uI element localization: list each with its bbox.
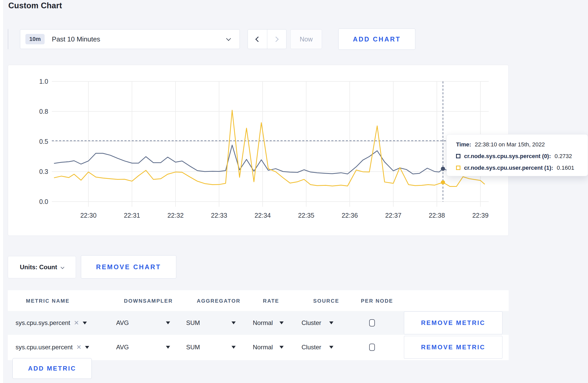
- tooltip-series-row: cr.node.sys.cpu.user.percent (1): 0.1601: [456, 162, 588, 174]
- time-nav-arrows: [248, 29, 286, 49]
- tooltip-time-label: Time:: [456, 141, 471, 148]
- dropdown-caret-icon[interactable]: [166, 322, 170, 324]
- series-swatch-icon: [456, 154, 460, 158]
- time-range-label: Past 10 Minutes: [52, 35, 100, 43]
- aggregator-select[interactable]: SUM: [186, 319, 200, 327]
- time-range-badge: 10m: [25, 34, 45, 44]
- add-chart-button[interactable]: ADD CHART: [338, 29, 415, 50]
- page-title: Custom Chart: [8, 1, 62, 10]
- remove-metric-button[interactable]: REMOVE METRIC: [404, 311, 502, 334]
- dropdown-caret-icon[interactable]: [329, 322, 333, 324]
- add-metric-button[interactable]: ADD METRIC: [12, 358, 92, 379]
- per-node-checkbox[interactable]: [369, 344, 375, 351]
- table-row: sys.cpu.sys.percent ✕ AVG SUM Normal Clu…: [8, 311, 509, 335]
- toolbar-divider: [8, 29, 8, 49]
- chevron-down-icon: [61, 265, 64, 269]
- table-row: sys.cpu.user.percent ✕ AVG SUM Normal Cl…: [8, 335, 509, 360]
- clear-metric-icon[interactable]: ✕: [74, 319, 79, 327]
- source-select[interactable]: Cluster: [302, 344, 321, 351]
- clear-metric-icon[interactable]: ✕: [76, 344, 81, 351]
- units-dropdown[interactable]: Units: Count: [8, 256, 76, 278]
- page-left-edge: [0, 0, 4, 383]
- dropdown-caret-icon[interactable]: [329, 346, 333, 349]
- metric-name-value: sys.cpu.sys.percent: [16, 319, 70, 327]
- now-button[interactable]: Now: [290, 29, 322, 49]
- rate-select[interactable]: Normal: [253, 319, 273, 327]
- prev-time-button[interactable]: [248, 30, 267, 49]
- tooltip-metric-name: cr.node.sys.cpu.user.percent (1):: [464, 165, 553, 171]
- chevron-right-icon: [273, 36, 279, 42]
- chart-tooltip: Time: 22:38:10 on Mar 15th, 2022 cr.node…: [446, 134, 588, 176]
- metric-name-select[interactable]: sys.cpu.user.percent ✕: [16, 344, 89, 351]
- downsampler-select[interactable]: AVG: [116, 344, 129, 351]
- col-header-aggregator: AGGREGATOR: [197, 298, 241, 304]
- next-time-button[interactable]: [267, 30, 286, 49]
- tooltip-metric-value: 0.1601: [557, 165, 574, 171]
- metrics-table: METRIC NAME DOWNSAMPLER AGGREGATOR RATE …: [8, 290, 509, 360]
- metric-name-value: sys.cpu.user.percent: [16, 344, 73, 351]
- chart-card: [8, 65, 509, 236]
- tooltip-time-row: Time: 22:38:10 on Mar 15th, 2022: [456, 139, 588, 150]
- metric-name-select[interactable]: sys.cpu.sys.percent ✕: [16, 319, 87, 327]
- remove-metric-button[interactable]: REMOVE METRIC: [404, 336, 502, 359]
- dropdown-caret-icon: [83, 322, 87, 324]
- dropdown-caret-icon: [85, 346, 89, 349]
- dropdown-caret-icon[interactable]: [232, 346, 236, 349]
- per-node-checkbox[interactable]: [369, 319, 375, 327]
- tooltip-time-value: 22:38:10 on Mar 15th, 2022: [475, 141, 545, 148]
- col-header-downsampler: DOWNSAMPLER: [124, 298, 173, 304]
- rate-select[interactable]: Normal: [253, 344, 273, 351]
- col-header-per-node: PER NODE: [361, 298, 393, 304]
- dropdown-caret-icon[interactable]: [279, 322, 284, 324]
- series-swatch-icon: [456, 166, 460, 170]
- col-header-metric-name: METRIC NAME: [26, 298, 70, 304]
- chevron-left-icon: [255, 36, 261, 42]
- dropdown-caret-icon[interactable]: [279, 346, 284, 349]
- col-header-source: SOURCE: [313, 298, 339, 304]
- source-select[interactable]: Cluster: [302, 319, 321, 327]
- chevron-down-icon: [226, 36, 231, 41]
- time-range-picker[interactable]: 10m Past 10 Minutes: [20, 29, 240, 49]
- tooltip-metric-name: cr.node.sys.cpu.sys.percent (0):: [464, 153, 551, 160]
- aggregator-select[interactable]: SUM: [186, 344, 200, 351]
- col-header-rate: RATE: [263, 298, 279, 304]
- dropdown-caret-icon[interactable]: [166, 346, 170, 349]
- tooltip-metric-value: 0.2732: [555, 153, 572, 160]
- downsampler-select[interactable]: AVG: [116, 319, 129, 327]
- dropdown-caret-icon[interactable]: [232, 322, 236, 324]
- tooltip-series-row: cr.node.sys.cpu.sys.percent (0): 0.2732: [456, 150, 588, 162]
- units-label: Units: Count: [20, 264, 57, 271]
- remove-chart-button[interactable]: REMOVE CHART: [81, 255, 176, 279]
